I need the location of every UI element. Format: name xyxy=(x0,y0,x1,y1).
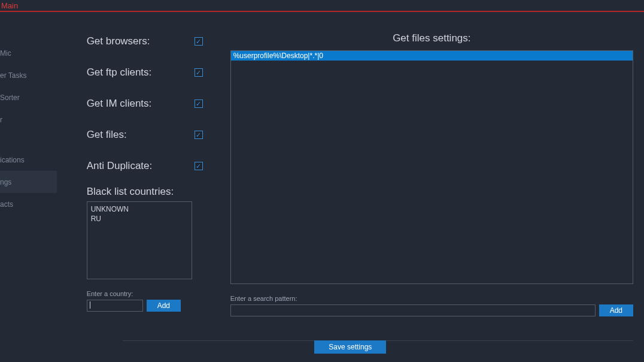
sidebar-item[interactable]: Sorter xyxy=(0,86,57,108)
option-checkbox[interactable] xyxy=(195,37,203,46)
pattern-input[interactable] xyxy=(230,304,596,316)
add-pattern-button[interactable]: Add xyxy=(599,304,633,316)
blacklist-label: Black list countries: xyxy=(87,186,230,198)
window-title: Main xyxy=(1,1,18,10)
sidebar-item-label: er Tasks xyxy=(0,71,26,80)
country-input-label: Enter a country: xyxy=(87,290,230,297)
sidebar-item[interactable]: Mic xyxy=(0,42,57,64)
sidebar-item-label: ngs xyxy=(0,178,11,186)
option-label: Anti Duplicate: xyxy=(87,160,195,172)
sidebar-item-label: Sorter xyxy=(0,93,20,102)
sidebar-item[interactable]: acts xyxy=(0,193,57,215)
option-label: Get ftp clients: xyxy=(87,67,195,79)
sidebar-item-label: ications xyxy=(0,156,25,164)
option-label: Get browsers: xyxy=(87,35,195,47)
add-country-button[interactable]: Add xyxy=(147,300,181,312)
save-settings-button[interactable]: Save settings xyxy=(314,340,386,354)
sidebar-item[interactable]: r xyxy=(0,108,57,131)
pattern-input-label: Enter a search pattern: xyxy=(230,295,633,302)
sidebar-item-label: acts xyxy=(0,200,13,209)
sidebar-item-label: r xyxy=(0,116,2,124)
option-checkbox[interactable] xyxy=(195,162,203,170)
file-pattern-item[interactable]: %userprofile%\Desktop|*.*|0 xyxy=(231,51,633,61)
sidebar-item[interactable]: er Tasks xyxy=(0,64,57,86)
option-label: Get IM clients: xyxy=(87,98,195,110)
sidebar-item[interactable]: ngs xyxy=(0,171,57,193)
sidebar-item[interactable]: ications xyxy=(0,149,57,171)
sidebar-item-label: Mic xyxy=(0,49,11,58)
files-settings-header: Get files settings: xyxy=(230,32,633,44)
blacklist-listbox[interactable]: UNKNOWN RU xyxy=(87,201,192,279)
files-listbox[interactable]: %userprofile%\Desktop|*.*|0 xyxy=(230,50,633,284)
option-checkbox[interactable] xyxy=(195,68,203,77)
country-input[interactable] xyxy=(87,300,143,312)
main-panel: Get browsers:Get ftp clients:Get IM clie… xyxy=(57,12,644,361)
option-checkbox[interactable] xyxy=(195,131,203,139)
option-label: Get files: xyxy=(87,129,195,141)
sidebar: Micer TasksSorterricationsngsacts xyxy=(0,12,57,361)
option-checkbox[interactable] xyxy=(195,99,203,108)
